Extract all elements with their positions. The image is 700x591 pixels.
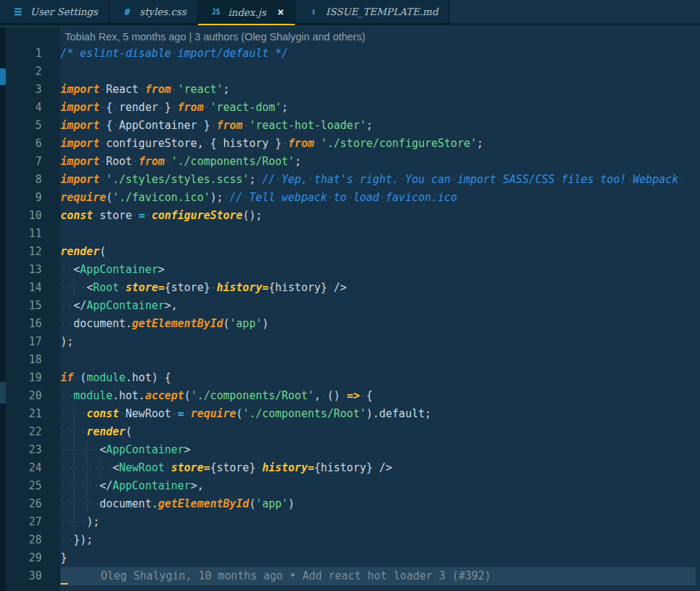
code-line[interactable]: require('./favicon.ico');·//·Tell·webpac… (60, 189, 700, 207)
line-number: 14 (6, 279, 60, 297)
css-icon: # (120, 6, 135, 17)
line-number: 19 (6, 369, 60, 387)
code-line[interactable]: ··module.hot.accept('./components/Root',… (60, 387, 700, 405)
indent-guide (73, 477, 74, 495)
line-number: 23 (6, 441, 60, 459)
editor-region: 1234567891011121314151617181920212223242… (0, 27, 700, 591)
indent-guide (86, 441, 87, 459)
line-number-gutter: 1234567891011121314151617181920212223242… (6, 27, 60, 591)
settings-icon: ☰ (11, 6, 25, 17)
code-line[interactable]: ······<AppContainer> (60, 441, 700, 459)
git-blame-codelens[interactable]: Tobiah Rex, 5 months ago | 3 authors (Ol… (60, 27, 700, 45)
line-number: 17 (6, 333, 60, 351)
tab-label: User Settings (30, 6, 98, 17)
code-line[interactable]: import·React·from·'react'; (60, 81, 700, 99)
line-number: 1 (6, 45, 60, 63)
code-line[interactable]: ··}); (60, 531, 700, 549)
indent-guide (73, 459, 74, 477)
indent-guide (86, 495, 87, 513)
line-number: 6 (6, 135, 60, 153)
line-number: 3 (6, 81, 60, 99)
markdown-icon: ⬇ (306, 6, 320, 17)
code-line[interactable]: ··</AppContainer>, (60, 297, 700, 315)
line-number: 2 (6, 63, 60, 81)
line-number: 15 (6, 297, 60, 315)
tab-label: ISSUE_TEMPLATE.md (326, 6, 438, 17)
js-icon: JS (209, 8, 223, 16)
line-number: 11 (6, 225, 60, 243)
code-line[interactable]: import·configureStore,·{·history·}·from·… (60, 135, 700, 153)
code-area[interactable]: Tobiah Rex, 5 months ago | 3 authors (Ol… (60, 27, 700, 591)
line-number: 22 (6, 423, 60, 441)
line-number: 4 (6, 99, 60, 117)
indent-guide (73, 441, 74, 459)
code-line[interactable]: } (60, 549, 700, 567)
code-line[interactable]: ); (60, 333, 700, 351)
code-line[interactable]: ··document.getElementById('app') (60, 315, 700, 333)
code-line[interactable]: Oleg Shalygin, 10 months ago • Add react… (60, 567, 696, 585)
strip-indicator-blue (0, 68, 6, 85)
code-line[interactable]: ····); (60, 513, 700, 531)
code-line[interactable]: import·'./styles/styles.scss';·//·Yep,·t… (60, 171, 700, 189)
indent-guide (73, 423, 74, 441)
code-line[interactable] (60, 225, 700, 243)
code-line[interactable]: render( (60, 243, 700, 261)
tab-bar: ☰User Settings#styles.cssJSindex.js×⬇ISS… (0, 0, 700, 27)
code-line[interactable]: ······document.getElementById('app') (60, 495, 700, 513)
code-line[interactable]: ··<AppContainer> (60, 261, 700, 279)
tab-issue-template-md[interactable]: ⬇ISSUE_TEMPLATE.md (295, 0, 449, 25)
line-number: 13 (6, 261, 60, 279)
indent-guide (73, 405, 74, 423)
code-line[interactable] (60, 63, 700, 81)
line-number: 9 (6, 189, 60, 207)
line-number: 16 (6, 315, 60, 333)
line-number: 7 (6, 153, 60, 171)
code-line[interactable]: import·{·render·}·from·'react-dom'; (60, 99, 700, 117)
code-line[interactable]: ····render( (60, 423, 700, 441)
tab-index-js[interactable]: JSindex.js× (198, 0, 296, 25)
line-number: 28 (6, 531, 60, 549)
indent-guide (73, 495, 74, 513)
code-line[interactable] (60, 351, 700, 369)
indent-guide (73, 513, 74, 531)
code-line[interactable]: if·(module.hot)·{ (60, 369, 700, 387)
code-line[interactable]: ····const·NewRoot·=·require('./component… (60, 405, 700, 423)
code-line[interactable]: const·store·=·configureStore(); (60, 207, 700, 225)
line-number: 8 (6, 171, 60, 189)
line-number: 30 (6, 567, 60, 585)
line-number: 29 (6, 549, 60, 567)
tab-label: styles.css (140, 6, 187, 17)
code-line[interactable]: import·Root·from·'./components/Root'; (60, 153, 700, 171)
indent-guide (86, 477, 87, 495)
line-number: 24 (6, 459, 60, 477)
indent-guide (99, 459, 100, 477)
tab-styles-css[interactable]: #styles.css (109, 0, 198, 25)
code-line[interactable]: ····<Root·store={store}·history={history… (60, 279, 700, 297)
indent-guide (86, 459, 87, 477)
code-line[interactable]: import·{·AppContainer·}·from·'react-hot-… (60, 117, 700, 135)
tab-user-settings[interactable]: ☰User Settings (0, 0, 109, 25)
tab-label: index.js (228, 6, 266, 18)
activity-strip (0, 27, 6, 591)
line-number: 26 (6, 495, 60, 513)
code-line[interactable]: ······</AppContainer>, (60, 477, 700, 495)
line-number: 20 (6, 387, 60, 405)
indent-guide (73, 279, 74, 297)
code-line[interactable]: /*·eslint-disable·import/default·*/ (60, 45, 700, 63)
code-line[interactable]: ········<NewRoot·store={store}·history={… (60, 459, 700, 477)
tab-bar-empty-space (449, 0, 700, 25)
inline-blame-annotation: Oleg Shalygin, 10 months ago • Add react… (60, 569, 491, 582)
line-number: 18 (6, 351, 60, 369)
line-number: 12 (6, 243, 60, 261)
line-number: 21 (6, 405, 60, 423)
line-number: 25 (6, 477, 60, 495)
text-cursor (60, 583, 68, 585)
line-number: 10 (6, 207, 60, 225)
strip-indicator-faint (0, 382, 6, 404)
line-number: 27 (6, 513, 60, 531)
line-number: 5 (6, 117, 60, 135)
close-icon[interactable]: × (277, 6, 284, 19)
